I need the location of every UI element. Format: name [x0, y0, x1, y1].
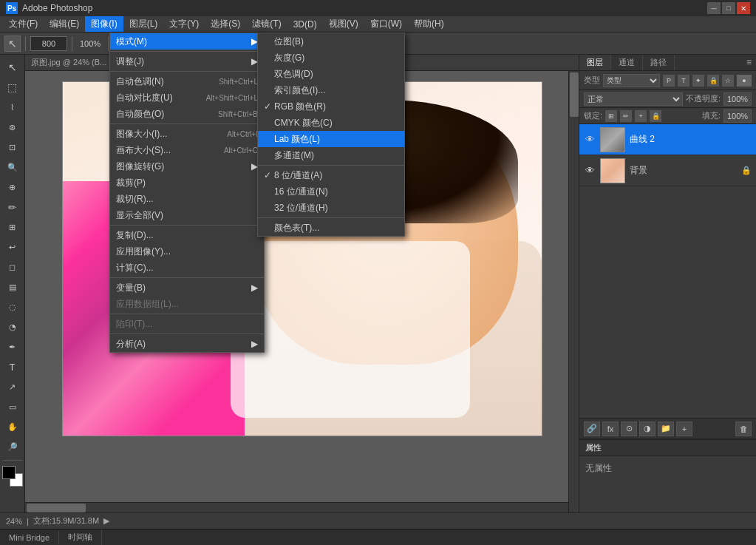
menu-crop[interactable]: 裁剪(P): [110, 175, 264, 191]
menu-item-filter[interactable]: 滤镜(T): [246, 16, 287, 32]
menu-trap[interactable]: 陷印(T)...: [110, 316, 264, 332]
hand-tool[interactable]: ✋: [3, 417, 22, 436]
layer-visibility-eye-bg[interactable]: 👁: [584, 165, 596, 177]
menu-item-edit[interactable]: 编辑(E): [44, 16, 85, 32]
opacity-input[interactable]: [723, 92, 752, 106]
menu-rotate[interactable]: 图像旋转(G) ▶: [110, 158, 264, 175]
lock-transparent-icon[interactable]: ⊞: [605, 110, 617, 122]
horizontal-scrollbar[interactable]: [25, 502, 568, 512]
link-layers-button[interactable]: 🔗: [584, 422, 600, 436]
menu-canvas-size[interactable]: 画布大小(S)... Alt+Ctrl+C: [110, 142, 264, 158]
menu-trim[interactable]: 裁切(R)...: [110, 191, 264, 207]
menu-item-select[interactable]: 选择(S): [205, 16, 246, 32]
mode-indexed[interactable]: 索引颜色(I)...: [258, 82, 404, 98]
filter-icon-1[interactable]: P: [663, 75, 675, 87]
stamp-tool[interactable]: ⊞: [3, 217, 22, 237]
mode-16bit[interactable]: 16 位/通道(N): [258, 183, 404, 200]
lock-all-icon[interactable]: 🔒: [650, 110, 661, 122]
blur-tool[interactable]: ◌: [3, 297, 22, 316]
dodge-tool[interactable]: ◔: [3, 317, 22, 336]
menu-reveal[interactable]: 显示全部(V): [110, 207, 264, 223]
tab-channels[interactable]: 通道: [611, 55, 643, 70]
blend-mode-select[interactable]: 正常: [584, 92, 683, 106]
new-adjustment-button[interactable]: ◑: [639, 422, 655, 436]
add-style-button[interactable]: fx: [602, 422, 619, 436]
mode-color-table[interactable]: 颜色表(T)...: [258, 220, 404, 236]
maximize-button[interactable]: □: [722, 2, 735, 14]
filter-icon-3[interactable]: ✦: [692, 75, 704, 87]
eyedropper-tool[interactable]: 🔍: [3, 158, 22, 177]
menu-item-3d[interactable]: 3D(D): [287, 18, 323, 31]
menu-image-size[interactable]: 图像大小(I)... Alt+Ctrl+I: [110, 126, 264, 142]
tab-paths[interactable]: 路径: [643, 55, 675, 70]
gradient-tool[interactable]: ▤: [3, 277, 22, 297]
tool-options-arrow[interactable]: ↖: [4, 35, 21, 52]
timeline-tab[interactable]: 时间轴: [59, 529, 102, 545]
menu-variables[interactable]: 变量(B) ▶: [110, 280, 264, 296]
menu-calc[interactable]: 计算(C)...: [110, 260, 264, 276]
zoom-tool[interactable]: 🔎: [3, 437, 22, 456]
menu-item-window[interactable]: 窗口(W): [364, 16, 408, 32]
panel-menu-icon[interactable]: ≡: [742, 55, 756, 70]
layer-item-background[interactable]: 👁 背景 🔒: [579, 155, 756, 186]
filter-toggle[interactable]: ●: [737, 75, 752, 87]
layer-visibility-eye-curve2[interactable]: 👁: [584, 134, 596, 146]
filter-icon-4[interactable]: 🔒: [707, 75, 719, 87]
filter-icon-2[interactable]: T: [678, 75, 689, 87]
menu-auto-tone[interactable]: 自动色调(N) Shift+Ctrl+L: [110, 73, 264, 89]
menu-item-view[interactable]: 视图(V): [323, 16, 364, 32]
lock-image-icon[interactable]: ✏: [620, 110, 632, 122]
new-group-button[interactable]: 📁: [658, 422, 674, 436]
scrollbar-thumb-h[interactable]: [27, 504, 86, 512]
menu-item-help[interactable]: 帮助(H): [408, 16, 450, 32]
mode-grayscale[interactable]: 灰度(G): [258, 50, 404, 66]
path-select-tool[interactable]: ↗: [3, 377, 22, 396]
foreground-color-box[interactable]: [2, 466, 16, 479]
menu-item-file[interactable]: 文件(F): [3, 16, 44, 32]
pen-tool[interactable]: ✒: [3, 337, 22, 356]
menu-adjust[interactable]: 调整(J) ▶: [110, 53, 264, 70]
move-tool[interactable]: ↖: [3, 58, 22, 77]
history-brush-tool[interactable]: ↩: [3, 237, 22, 257]
shape-tool[interactable]: ▭: [3, 397, 22, 416]
tab-layers[interactable]: 图层: [579, 55, 611, 70]
add-mask-button[interactable]: ⊙: [621, 422, 637, 436]
lock-position-icon[interactable]: +: [635, 110, 647, 122]
filter-select[interactable]: 类型: [603, 74, 660, 87]
zoom-input[interactable]: [30, 36, 67, 51]
menu-item-text[interactable]: 文字(Y): [163, 16, 205, 32]
lasso-tool[interactable]: ⌇: [3, 98, 22, 117]
scrollbar-thumb-v[interactable]: [570, 72, 579, 117]
menu-mode[interactable]: 模式(M) ▶: [110, 33, 264, 50]
new-layer-button[interactable]: +: [676, 422, 692, 436]
mode-8bit[interactable]: ✓ 8 位/通道(A): [258, 167, 404, 183]
color-boxes[interactable]: [2, 466, 23, 487]
mode-multichannel[interactable]: 多通道(M): [258, 147, 404, 163]
menu-auto-contrast[interactable]: 自动对比度(U) Alt+Shift+Ctrl+L: [110, 89, 264, 106]
menu-auto-color[interactable]: 自动颜色(O) Shift+Ctrl+B: [110, 106, 264, 122]
eraser-tool[interactable]: ◻: [3, 257, 22, 277]
filter-icon-5[interactable]: ☆: [722, 75, 734, 87]
vertical-scrollbar[interactable]: [568, 71, 579, 512]
heal-tool[interactable]: ⊕: [3, 177, 22, 197]
mode-cmyk[interactable]: CMYK 颜色(C): [258, 115, 404, 131]
mini-bridge-tab[interactable]: Mini Bridge: [0, 531, 59, 544]
mode-lab[interactable]: Lab 颜色(L): [258, 131, 404, 147]
delete-layer-button[interactable]: 🗑: [735, 422, 752, 436]
minimize-button[interactable]: ─: [707, 2, 721, 14]
menu-item-image[interactable]: 图像(I): [85, 16, 123, 32]
status-arrow[interactable]: ▶: [103, 516, 109, 526]
mode-bitmap[interactable]: 位图(B): [258, 33, 404, 50]
mode-32bit[interactable]: 32 位/通道(H): [258, 200, 404, 216]
layer-item-curve2[interactable]: 👁 曲线 2: [579, 124, 756, 155]
menu-apply-image[interactable]: 应用图像(Y)...: [110, 243, 264, 260]
menu-apply-data[interactable]: 应用数据组(L)...: [110, 296, 264, 312]
menu-item-layer[interactable]: 图层(L): [123, 16, 164, 32]
crop-tool[interactable]: ⊡: [3, 138, 22, 157]
text-tool[interactable]: T: [3, 357, 22, 376]
menu-analysis[interactable]: 分析(A) ▶: [110, 336, 264, 352]
menu-duplicate[interactable]: 复制(D)...: [110, 227, 264, 243]
quick-select-tool[interactable]: ⊛: [3, 118, 22, 137]
mode-rgb[interactable]: ✓ RGB 颜色(R): [258, 98, 404, 115]
rect-select-tool[interactable]: ⬚: [3, 78, 22, 97]
